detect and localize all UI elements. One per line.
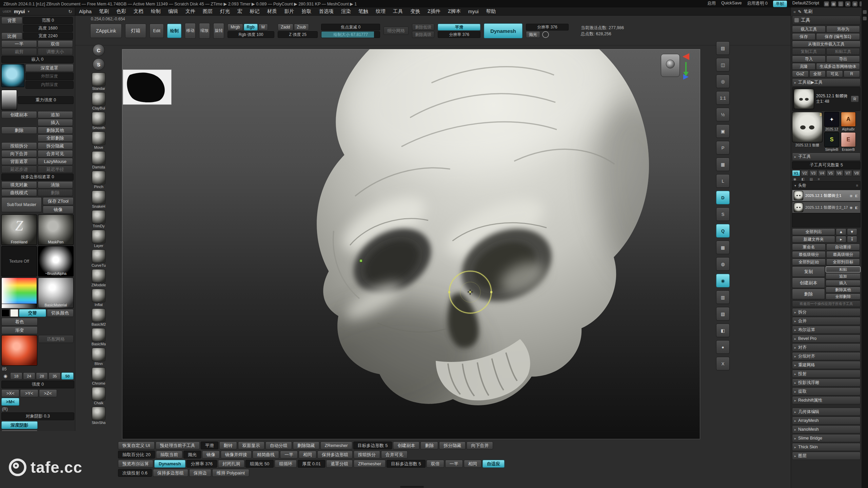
depth-shadow-button[interactable]: 深度阴影: [1, 421, 38, 429]
clear-button[interactable]: 清除: [38, 181, 73, 188]
move-mode-button[interactable]: 移动: [185, 23, 196, 39]
brush-thumbnail[interactable]: [92, 387, 105, 401]
split-groups-button[interactable]: 按组拆分: [354, 451, 380, 459]
delete-other-subtool-button[interactable]: 删除其他: [826, 287, 861, 293]
brush-thumbnail[interactable]: [92, 210, 105, 224]
lowest-sdiv-button[interactable]: 最低级细分: [792, 251, 826, 258]
append-subtool-button[interactable]: 追加: [826, 273, 861, 279]
menu-item[interactable]: 纹理: [372, 7, 389, 15]
brush-thumbnail[interactable]: [92, 92, 105, 106]
tool-section-header[interactable]: 投影浅浮雕: [792, 379, 861, 387]
alt-color-button[interactable]: 交替: [19, 309, 46, 317]
tool-section-header[interactable]: ArrayMesh: [792, 416, 861, 425]
smooth-toggle[interactable]: 平滑: [438, 24, 480, 30]
save-button[interactable]: 保存: [792, 33, 815, 40]
duplicate-button[interactable]: 创建副本: [1, 111, 37, 118]
tool-palette-header[interactable]: 工具: [792, 16, 861, 25]
default-zscript-button[interactable]: DefaultZScript: [792, 1, 819, 7]
brush-thumbnail[interactable]: [92, 73, 105, 86]
xpose-icon[interactable]: X: [716, 357, 730, 370]
camera-icon[interactable]: ◉: [1, 373, 9, 380]
curve-delete-button[interactable]: 删除: [38, 189, 73, 196]
matcap-thumbnail[interactable]: [1, 335, 37, 366]
save-increment-button[interactable]: 保存 (编号加1): [816, 33, 860, 40]
quicksave-button[interactable]: QuickSave: [721, 1, 742, 7]
lazy-step-button[interactable]: 延迟步进: [1, 166, 37, 173]
one-shot-button[interactable]: 单帧: [773, 1, 787, 7]
half-button[interactable]: 一半: [445, 460, 463, 468]
menu-item[interactable]: 灯光: [216, 7, 234, 15]
auto-reorder-button[interactable]: 自动重排: [826, 244, 860, 250]
apply-to-all-button[interactable]: 将最后一个操作应用于所有子工具: [792, 301, 861, 307]
doc-width-slider[interactable]: 宽度 2240: [23, 33, 73, 40]
lightbox-button[interactable]: 灯箱: [125, 24, 146, 38]
actual-size-icon[interactable]: 1:1: [716, 91, 730, 105]
focal-preset-button[interactable]: 50: [61, 372, 74, 380]
tool-section-header[interactable]: Redshift属性: [792, 396, 861, 404]
stroke-freehand-thumbnail[interactable]: Z FreeHand: [1, 215, 37, 245]
goz-button[interactable]: GoZ: [792, 70, 809, 77]
brush-maskpen-thumbnail[interactable]: MaskPen: [38, 215, 74, 245]
brush-claybuildup[interactable]: ClayBui: [92, 92, 105, 110]
qxyz-icon[interactable]: Q: [716, 224, 730, 238]
color-picker[interactable]: [1, 278, 37, 308]
polish-curve-toggle-icon[interactable]: [542, 31, 549, 38]
tool-section-header[interactable]: 几何体编辑: [792, 408, 861, 416]
lazy-radius-button[interactable]: 延迟半径: [38, 166, 73, 173]
outer-depth-slider[interactable]: 外部深度: [25, 73, 74, 80]
flat-shadow-button[interactable]: 扁平化阴影: [1, 430, 38, 431]
object-shadow-slider[interactable]: 对象阴影 0.3: [1, 412, 74, 420]
mirror-button[interactable]: 镜像: [43, 206, 74, 214]
enable-button[interactable]: 启用: [707, 1, 716, 7]
rgb-intensity-slider[interactable]: Rgb 强度 100: [228, 31, 274, 38]
solo-icon[interactable]: ◉: [716, 274, 730, 287]
menu-item[interactable]: 拾取: [298, 7, 315, 15]
current-tool-thumbnail[interactable]: [794, 89, 814, 109]
tool-thumb-icon[interactable]: S: [824, 132, 839, 147]
zoom-icon[interactable]: ▣: [716, 124, 730, 138]
decimate-percent-slider[interactable]: 抽取百分比 20: [118, 451, 155, 459]
simplify-curve-button[interactable]: 精简曲线: [253, 451, 279, 459]
visibility-set-tab[interactable]: V6: [835, 170, 844, 176]
see-through-slider[interactable]: 启用透明 0: [747, 1, 767, 7]
alpha-thumb[interactable]: ✦ 2025.12: [824, 112, 840, 131]
merge-visible-button[interactable]: 合并可见: [38, 150, 73, 157]
material-skinshade[interactable]: SkinSha: [92, 407, 106, 425]
smooth-resolution-slider[interactable]: 分辨率 376: [438, 31, 480, 38]
folder-menu-icon[interactable]: ≡: [856, 183, 858, 187]
delete-all-button[interactable]: 全部删除: [38, 135, 73, 142]
shade-button[interactable]: 着色: [1, 318, 38, 326]
tool-section-header[interactable]: 提取: [792, 387, 861, 395]
menu-item[interactable]: 帮助: [482, 7, 499, 15]
brush-thumbnail[interactable]: [92, 348, 105, 361]
dynamesh-resolution-slider[interactable]: 分辨率 376: [186, 460, 217, 468]
divide-button[interactable]: 细分网格: [383, 27, 409, 35]
rotate-mode-button[interactable]: 旋转: [213, 23, 224, 39]
thickness-slider[interactable]: 厚度 0.01: [298, 460, 325, 468]
tool-section-header[interactable]: 拆分: [792, 308, 861, 316]
texture-thumbnail[interactable]: Texture Off: [1, 246, 37, 277]
subtool-visible-count-slider[interactable]: 子工具可见数量 5: [792, 161, 861, 169]
focal-preset-button[interactable]: 35: [48, 372, 61, 380]
polish-toggle[interactable]: 抛光: [526, 31, 540, 38]
tool-section-header[interactable]: NanoMesh: [792, 425, 861, 433]
tool-section-header[interactable]: 布尔运算: [792, 326, 861, 334]
move-down-button[interactable]: ▼: [847, 228, 857, 235]
menu-item[interactable]: 文件: [182, 7, 199, 15]
material-thumbnail[interactable]: BasicMaterial: [38, 278, 74, 308]
menu-item[interactable]: myui: [465, 7, 482, 15]
z-intensity-slider[interactable]: Z 强度 25: [278, 31, 318, 38]
smooth-slider[interactable]: 平滑: [201, 442, 218, 449]
highest-sdiv-button[interactable]: 最高级细分: [826, 251, 860, 258]
menu-item[interactable]: 文档: [130, 7, 147, 15]
brush-thumbnail[interactable]: S: [93, 58, 105, 70]
brush-thumbnail[interactable]: [92, 112, 105, 125]
material-blinn[interactable]: Blinn: [92, 348, 105, 366]
gradient-button[interactable]: 渐变: [1, 326, 38, 334]
layout-icon[interactable]: ◫: [838, 1, 843, 6]
simplebrush-thumb[interactable]: S SimpleB: [824, 132, 840, 151]
subtool-item[interactable]: 2025.12.1 骷髅骑士2_17 ◉ ◧: [792, 202, 861, 213]
menu-item[interactable]: 笔刷: [95, 7, 113, 15]
subtool-master-button[interactable]: SubTool Master: [1, 197, 42, 212]
goz-visible-button[interactable]: 可见: [826, 70, 843, 77]
